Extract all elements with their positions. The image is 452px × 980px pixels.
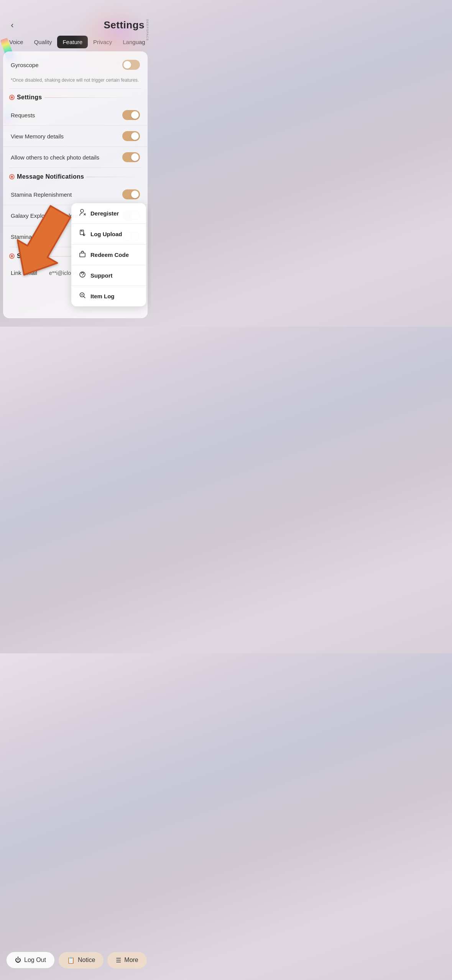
deregister-label: Deregister	[90, 210, 119, 217]
dropdown-log-upload[interactable]: Log Upload	[71, 224, 146, 245]
gyroscope-toggle-thumb	[123, 61, 131, 69]
dropdown-item-log[interactable]: Item Log	[71, 286, 146, 306]
service-section-dot	[9, 253, 15, 259]
view-memory-label: View Memory details	[11, 133, 122, 140]
view-memory-toggle[interactable]	[122, 131, 140, 141]
message-notifications-line	[86, 177, 141, 177]
service-section-title: Service	[17, 253, 39, 260]
stamina-replenishment-thumb	[131, 191, 139, 198]
allow-photo-toggle-thumb	[131, 153, 139, 161]
redeem-code-icon	[78, 250, 87, 260]
view-memory-toggle-thumb	[131, 132, 139, 140]
tab-feature[interactable]: Feature	[57, 36, 88, 48]
stamina-replenishment-toggle[interactable]	[122, 189, 140, 199]
deregister-icon	[78, 209, 87, 218]
requests-toggle-thumb	[131, 111, 139, 119]
requests-row: Requests	[3, 105, 148, 126]
message-notifications-title: Message Notifications	[17, 173, 84, 180]
message-notifications-dot	[9, 174, 15, 179]
dropdown-deregister[interactable]: Deregister	[71, 203, 146, 224]
settings-section-dot	[9, 95, 15, 100]
link-email-label: Link Email	[11, 270, 49, 276]
gyroscope-row: Gyroscope	[3, 54, 148, 75]
allow-photo-row: Allow others to check photo details	[3, 147, 148, 168]
back-icon: ‹	[11, 20, 13, 30]
support-icon	[78, 271, 87, 280]
allow-photo-toggle[interactable]	[122, 152, 140, 162]
message-notifications-header: Message Notifications	[3, 168, 148, 184]
back-button[interactable]: ‹	[6, 19, 18, 31]
svg-point-6	[82, 276, 83, 277]
svg-rect-4	[80, 253, 85, 257]
dropdown-support[interactable]: Support	[71, 265, 146, 286]
requests-label: Requests	[11, 112, 122, 118]
allow-photo-label: Allow others to check photo details	[11, 154, 122, 161]
log-upload-icon	[78, 229, 87, 239]
settings-section-line	[44, 97, 141, 98]
settings-section-header: Settings	[3, 89, 148, 105]
svg-line-8	[84, 297, 85, 298]
requests-toggle[interactable]	[122, 110, 140, 120]
item-log-label: Item Log	[90, 293, 115, 299]
tab-quality[interactable]: Quality	[29, 36, 58, 48]
svg-point-0	[81, 209, 84, 212]
header: ‹ Settings DEEPSPACE	[0, 0, 151, 36]
gyroscope-section: Gyroscope *Once disabled, shaking device…	[3, 51, 148, 88]
stamina-replenishment-label: Stamina Replenishment	[11, 191, 122, 198]
redeem-code-label: Redeem Code	[90, 252, 129, 258]
tab-voice[interactable]: Voice	[4, 36, 29, 48]
page-title: Settings	[104, 19, 145, 31]
settings-section: Settings Requests View Memory details Al…	[3, 89, 148, 168]
deepspace-watermark: DEEPSPACE	[146, 19, 149, 41]
settings-tabs: Voice Quality Feature Privacy Languag	[0, 36, 151, 48]
item-log-icon	[78, 291, 87, 301]
tab-privacy[interactable]: Privacy	[88, 36, 117, 48]
gyroscope-note: *Once disabled, shaking device will not …	[3, 75, 148, 88]
view-memory-row: View Memory details	[3, 126, 148, 147]
dropdown-redeem-code[interactable]: Redeem Code	[71, 245, 146, 265]
svg-rect-3	[80, 230, 84, 235]
settings-section-title: Settings	[17, 94, 42, 101]
support-label: Support	[90, 272, 113, 279]
gyroscope-label: Gyroscope	[11, 62, 122, 68]
dropdown-menu: Deregister Log Upload Redeem Code	[71, 203, 146, 306]
log-upload-label: Log Upload	[90, 231, 122, 237]
stamina-replenishment-row: Stamina Replenishment	[3, 184, 148, 205]
gyroscope-toggle[interactable]	[122, 60, 140, 70]
